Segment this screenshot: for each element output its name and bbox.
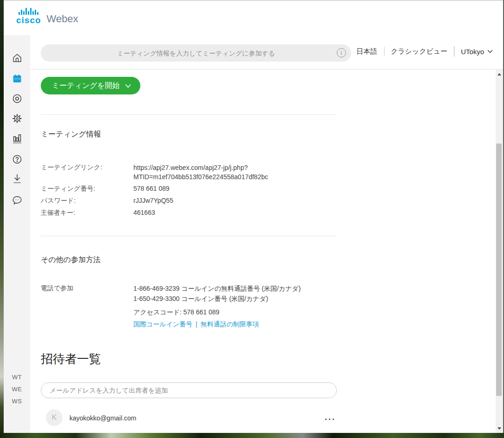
desktop-background-bottom	[0, 433, 504, 438]
meeting-info-title: ミーティング情報	[41, 130, 101, 139]
classic-view-link[interactable]: クラシックビュー	[391, 47, 447, 56]
invitee-avatar: K	[46, 409, 63, 426]
scrollbar-thumb[interactable]	[496, 144, 502, 396]
meeting-link-label: ミーテイングリンク:	[41, 163, 102, 172]
menu-divider	[454, 46, 454, 56]
password-value: rJJJw7YpQ55	[133, 197, 173, 204]
host-key-label: 主催者キー:	[41, 209, 75, 217]
account-name: UTokyo	[461, 48, 484, 56]
tollin-number: 1-650-429-3300 コールイン番号 (米国/カナダ)	[133, 294, 301, 304]
phone-links: 国際コールイン番号 | 無料通話の制限事項	[133, 320, 259, 329]
insights-chart-icon[interactable]	[4, 132, 30, 144]
settings-gear-icon[interactable]	[4, 113, 30, 125]
page-content: ミーティングを開始 ミーティング情報 ミーテイングリンク: https://ap…	[30, 69, 496, 433]
webex-logo: cisco Webex	[16, 7, 78, 25]
search-input[interactable]	[41, 44, 351, 62]
brand-name: Webex	[47, 14, 78, 25]
help-icon[interactable]	[4, 153, 30, 165]
scroll-up-arrow[interactable]	[496, 71, 503, 77]
webex-page: cisco Webex	[0, 0, 504, 438]
language-menu-item[interactable]: 日本語	[357, 47, 378, 56]
sidebar-nav: WT WE WS	[4, 35, 30, 433]
scroll-down-arrow[interactable]	[496, 425, 503, 432]
attendee-email-input[interactable]	[41, 383, 336, 398]
join-meeting-search: i	[41, 44, 351, 62]
chevron-down-icon	[487, 50, 493, 53]
cisco-logo-icon: cisco	[16, 7, 41, 25]
sidebar-label-we[interactable]: WE	[4, 386, 30, 393]
topbar-menu: 日本語 クラシックビュー UTokyo	[357, 46, 493, 56]
meetings-calendar-icon[interactable]	[4, 73, 30, 85]
cisco-logo-text: cisco	[16, 16, 41, 25]
meeting-number-label: ミーティング番号:	[41, 185, 95, 193]
meeting-link-value[interactable]: https://apj27.webex.com/apj27-jp/j.php? …	[133, 163, 268, 181]
tollfree-number: 1-866-469-3239 コールインの無料通話番号 (米国/カナダ)	[133, 283, 301, 294]
join-by-phone-label: 電話で参加	[41, 284, 73, 293]
main-area: i 日本語 クラシックビュー UTokyo ミーティングを開始	[30, 35, 503, 433]
phone-numbers: 1-866-469-3239 コールインの無料通話番号 (米国/カナダ) 1-6…	[133, 283, 301, 304]
downloads-icon[interactable]	[4, 173, 30, 185]
other-ways-title: その他の参加方法	[41, 255, 101, 265]
start-meeting-label: ミーティングを開始	[52, 81, 120, 91]
desktop-background-left	[0, 0, 4, 438]
invitee-list-title: 招待者一覧	[41, 351, 101, 367]
menu-divider	[384, 47, 384, 56]
sidebar-label-ws[interactable]: WS	[4, 398, 30, 405]
section-divider	[41, 236, 337, 236]
access-code: アクセスコード: 578 661 089	[133, 308, 220, 317]
app-header: cisco Webex	[4, 1, 503, 35]
home-icon[interactable]	[4, 52, 30, 64]
start-meeting-button[interactable]: ミーティングを開始	[41, 77, 140, 94]
sidebar-label-wt[interactable]: WT	[4, 374, 30, 381]
account-menu[interactable]: UTokyo	[461, 48, 493, 56]
global-callin-link[interactable]: 国際コールイン番号	[133, 320, 192, 329]
app-window: cisco Webex	[4, 0, 503, 433]
invitee-email: kayokokko@gmail.com	[69, 414, 136, 422]
feedback-chat-icon[interactable]	[4, 194, 30, 206]
info-icon[interactable]: i	[337, 48, 346, 57]
password-label: パスワード:	[41, 197, 76, 205]
more-options-icon[interactable]	[323, 417, 336, 422]
recordings-icon[interactable]	[4, 93, 30, 105]
chevron-down-icon	[125, 84, 131, 88]
section-divider	[41, 114, 337, 115]
topbar: i 日本語 クラシックビュー UTokyo	[30, 35, 503, 69]
meeting-number-value: 578 661 089	[133, 185, 170, 192]
host-key-value: 461663	[133, 209, 155, 216]
tollfree-restrictions-link[interactable]: 無料通話の制限事項	[201, 320, 259, 329]
link-separator: |	[195, 320, 197, 329]
add-attendee-field	[41, 382, 337, 398]
vertical-scrollbar[interactable]	[496, 69, 503, 433]
